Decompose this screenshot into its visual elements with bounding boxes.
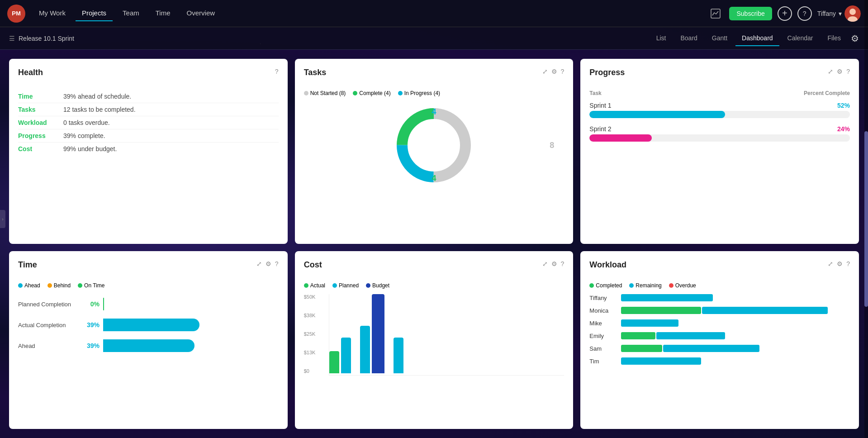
time-ahead-label: Ahead [18, 343, 81, 349]
cost-y-axis: $50K $38K $25K $13K $0 [304, 294, 327, 376]
health-progress-label: Progress [18, 132, 63, 139]
budget-dot [366, 283, 370, 288]
tiffany-remaining-bar [621, 294, 712, 301]
progress-card-header: Progress ⤢ ⚙ ? [589, 68, 850, 85]
tab-board[interactable]: Board [674, 31, 704, 46]
completed-dot [589, 283, 594, 288]
workload-tim-name: Tim [589, 358, 621, 365]
time-settings-icon[interactable]: ⚙ [266, 260, 271, 267]
health-card: Health ? Time 39% ahead of schedule. Tas… [9, 59, 288, 244]
mike-remaining-bar [621, 319, 678, 327]
time-planned-pct: 0% [81, 300, 100, 308]
legend-in-progress: In Progress (4) [398, 90, 440, 96]
nav-my-work[interactable]: My Work [33, 5, 72, 21]
monica-remaining-bar [702, 307, 828, 314]
cost-expand-icon[interactable]: ⤢ [542, 260, 548, 267]
tasks-help-icon[interactable]: ? [561, 68, 564, 75]
subscribe-button[interactable]: Subscribe [729, 7, 772, 20]
time-expand-icon[interactable]: ⤢ [256, 260, 262, 267]
cost-title: Cost [304, 260, 322, 270]
tasks-expand-icon[interactable]: ⤢ [542, 68, 548, 75]
collapse-handle[interactable]: › [0, 210, 5, 228]
cost-legend-actual: Actual [304, 282, 325, 289]
tab-list[interactable]: List [650, 31, 673, 46]
right-scrollbar[interactable] [864, 0, 868, 438]
cost-settings-icon[interactable]: ⚙ [551, 260, 557, 267]
progress-settings-icon[interactable]: ⚙ [837, 68, 843, 75]
health-progress-row: Progress 39% complete. [18, 129, 279, 143]
health-cost-label: Cost [18, 145, 63, 152]
workload-emily-bars [621, 332, 850, 339]
workload-tim-bars [621, 357, 850, 365]
workload-legend-overdue: Overdue [669, 282, 696, 289]
tab-dashboard[interactable]: Dashboard [735, 31, 779, 46]
health-cost-value: 99% under budget. [63, 145, 117, 152]
tasks-legend: Not Started (8) Complete (4) In Progress… [304, 90, 564, 96]
workload-settings-icon[interactable]: ⚙ [837, 260, 843, 267]
cost-help-icon[interactable]: ? [561, 260, 564, 267]
time-help-icon[interactable]: ? [275, 260, 279, 267]
time-card: Time ⤢ ⚙ ? Ahead Behind On Time Pl [9, 251, 288, 429]
time-actual-completion-row: Actual Completion 39% [18, 319, 279, 331]
tasks-settings-icon[interactable]: ⚙ [551, 68, 557, 75]
health-cost-row: Cost 99% under budget. [18, 143, 279, 155]
tasks-title: Tasks [304, 68, 327, 77]
cost-card-icons: ⤢ ⚙ ? [542, 260, 564, 267]
time-planned-label: Planned Completion [18, 301, 81, 308]
progress-sprint2-row: Sprint 2 24% [589, 125, 850, 142]
time-actual-pct: 39% [81, 321, 100, 328]
settings-icon[interactable]: ⚙ [851, 33, 859, 44]
workload-help-icon[interactable]: ? [846, 260, 850, 267]
tab-files[interactable]: Files [821, 31, 847, 46]
behind-dot [47, 283, 52, 288]
time-actual-bar-area [103, 319, 279, 331]
workload-expand-icon[interactable]: ⤢ [828, 260, 833, 267]
sprint1-bar [589, 111, 725, 118]
time-ahead-row: Ahead 39% [18, 339, 279, 352]
analytics-icon-button[interactable] [707, 5, 724, 22]
nav-projects[interactable]: Projects [76, 5, 113, 21]
emily-remaining-bar [656, 332, 725, 339]
user-menu[interactable]: Tiffany ▾ [817, 5, 861, 22]
progress-col-task: Task [589, 90, 601, 96]
menu-icon[interactable]: ☰ [9, 35, 15, 42]
tab-calendar[interactable]: Calendar [781, 31, 820, 46]
nav-time[interactable]: Time [149, 5, 177, 21]
time-ahead-bar-area [103, 339, 279, 352]
progress-expand-icon[interactable]: ⤢ [828, 68, 833, 75]
add-button[interactable]: + [778, 6, 792, 21]
cost-bar-g1-planned [341, 338, 351, 373]
sprint1-pct: 52% [837, 102, 850, 109]
time-title: Time [18, 260, 37, 270]
workload-title: Workload [589, 260, 626, 270]
nav-team[interactable]: Team [116, 5, 146, 21]
scrollbar-thumb [864, 131, 868, 306]
tab-gantt[interactable]: Gantt [706, 31, 734, 46]
sub-nav: ☰ Release 10.1 Sprint List Board Gantt D… [0, 27, 868, 50]
remaining-dot [629, 283, 634, 288]
health-workload-row: Workload 0 tasks overdue. [18, 116, 279, 129]
time-planned-completion-row: Planned Completion 0% [18, 298, 279, 310]
app-logo[interactable]: PM [7, 5, 25, 23]
workload-legend-completed: Completed [589, 282, 622, 289]
progress-help-icon[interactable]: ? [846, 68, 850, 75]
complete-dot [353, 91, 357, 95]
nav-overview[interactable]: Overview [180, 5, 222, 21]
time-card-header: Time ⤢ ⚙ ? [18, 260, 279, 277]
help-button[interactable]: ? [797, 6, 812, 21]
health-workload-label: Workload [18, 119, 63, 126]
health-tasks-row: Tasks 12 tasks to be completed. [18, 103, 279, 116]
health-help-icon[interactable]: ? [275, 68, 279, 75]
time-legend-ontime: On Time [78, 282, 104, 289]
sprint2-label: Sprint 2 [589, 125, 611, 133]
health-card-header: Health ? [18, 68, 279, 85]
health-progress-value: 39% complete. [63, 132, 105, 139]
workload-legend: Completed Remaining Overdue [589, 282, 850, 289]
cost-bar-group-3 [394, 294, 403, 375]
workload-sam-bars [621, 345, 850, 352]
sprint2-pct: 24% [837, 125, 850, 133]
cost-bar-g2-budget [372, 294, 384, 373]
tasks-card-icons: ⤢ ⚙ ? [542, 68, 564, 75]
ahead-dot [18, 283, 23, 288]
workload-card-header: Workload ⤢ ⚙ ? [589, 260, 850, 277]
